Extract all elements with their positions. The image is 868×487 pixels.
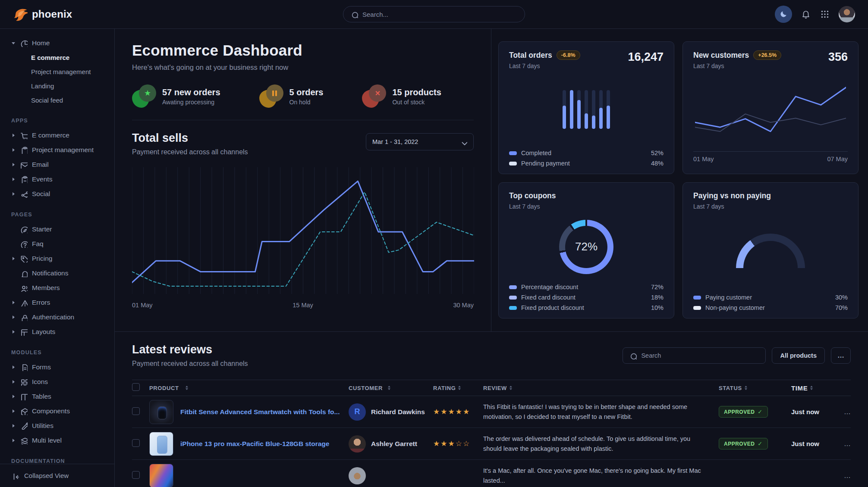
reviews-search-input[interactable] xyxy=(641,352,759,359)
row-checkbox[interactable] xyxy=(132,471,140,479)
x-icon: × xyxy=(369,84,386,102)
orders-bar-chart xyxy=(563,90,610,129)
on-hold-blob xyxy=(259,84,283,109)
row-more-button[interactable]: … xyxy=(839,408,851,416)
sidebar-item-events[interactable]: Events xyxy=(0,172,114,187)
sidebar-item-landing[interactable]: Landing xyxy=(0,79,114,93)
sidebar-item-multi-level[interactable]: Multi level xyxy=(0,433,114,448)
page-title: Ecommerce Dashboard xyxy=(132,42,474,59)
pie-chart-icon xyxy=(20,39,28,47)
column-header-rating[interactable]: RATING xyxy=(433,385,483,391)
sidebar-item-project-management[interactable]: Project management xyxy=(0,143,114,157)
caret-right-icon xyxy=(13,395,15,398)
reviews-subtitle: Payment received across all channels xyxy=(132,360,248,368)
total-sells-title: Total sells xyxy=(132,131,248,145)
notifications-button[interactable] xyxy=(801,9,811,19)
page-subtitle: Here's what's going on at your business … xyxy=(132,63,474,72)
card-title: Top coupons xyxy=(509,191,556,200)
sidebar-item-pricing[interactable]: Pricing xyxy=(0,251,114,266)
sidebar-item-e-commerce[interactable]: E commerce xyxy=(0,128,114,143)
star-icon: ★ xyxy=(448,408,456,416)
product-thumbnail[interactable] xyxy=(149,464,173,487)
sidebar-section-modules: MODULES xyxy=(0,339,114,360)
collapse-icon xyxy=(11,472,19,480)
collapse-sidebar-button[interactable]: Collapsed View xyxy=(0,464,114,487)
caret-right-icon xyxy=(13,192,15,196)
product-link[interactable]: Fitbit Sense Advanced Smartwatch with To… xyxy=(180,408,340,416)
row-more-button[interactable]: … xyxy=(839,472,851,480)
cart-icon xyxy=(20,131,28,139)
sidebar-item-errors[interactable]: Errors xyxy=(0,295,114,310)
sidebar-item-notifications[interactable]: Notifications xyxy=(0,266,114,281)
apps-grid-button[interactable] xyxy=(820,9,830,19)
customer-cell[interactable]: Ashley Garrett xyxy=(349,435,433,453)
review-text: This Fitbit is fantastic! I was trying t… xyxy=(483,402,706,421)
total-sells-subtitle: Payment received across all channels xyxy=(132,148,248,156)
main-content: Ecommerce Dashboard Here's what's going … xyxy=(115,29,868,487)
sidebar-item-social-feed[interactable]: Social feed xyxy=(0,93,114,107)
column-header-status[interactable]: STATUS xyxy=(719,385,791,391)
select-all-checkbox[interactable] xyxy=(132,383,140,391)
total-sells-x-labels: 01 May 15 May 30 May xyxy=(132,302,474,309)
sidebar-item-forms[interactable]: Forms xyxy=(0,360,114,375)
sidebar-item-utilities[interactable]: Utilities xyxy=(0,418,114,433)
total-sells-header: Total sells Payment received across all … xyxy=(132,131,474,156)
sidebar-item-components[interactable]: Components xyxy=(0,404,114,418)
column-header-review[interactable]: REVIEW xyxy=(483,385,719,391)
grid-icon xyxy=(20,378,28,386)
customer-name: Richard Dawkins xyxy=(371,408,425,416)
top-coupons-card: Top coupons Last 7 days 72% Perc xyxy=(498,182,674,318)
date-range-select[interactable]: Mar 1 - 31, 2022 xyxy=(366,133,474,150)
sidebar-item-home[interactable]: Home xyxy=(0,36,114,50)
reviews-search[interactable] xyxy=(623,347,766,364)
sidebar-item-e-commerce[interactable]: E commerce xyxy=(0,50,114,65)
global-search-input[interactable] xyxy=(362,11,518,18)
brand-logo[interactable]: phoenix xyxy=(13,7,72,22)
caret-right-icon xyxy=(13,148,15,152)
x-label: 01 May xyxy=(132,302,153,309)
row-checkbox[interactable] xyxy=(132,407,140,415)
reviews-table-header: PRODUCT CUSTOMER RATING REVIEW STATUS xyxy=(132,380,851,396)
customer-cell[interactable]: R Richard Dawkins xyxy=(349,403,433,421)
sidebar-item-authentication[interactable]: Authentication xyxy=(0,310,114,325)
latest-reviews-section: Latest reviews Payment received across a… xyxy=(115,332,868,487)
sidebar-item-project-management[interactable]: Project management xyxy=(0,65,114,79)
lock-icon xyxy=(20,313,28,321)
sidebar-item-social[interactable]: Social xyxy=(0,187,114,201)
product-thumbnail[interactable] xyxy=(149,432,173,456)
layers-icon xyxy=(20,437,28,444)
sidebar-item-tables[interactable]: Tables xyxy=(0,389,114,404)
paying-vs-non-paying-card: Paying vs non paying Last 7 days xyxy=(682,182,859,318)
navbar-actions xyxy=(775,6,855,23)
sidebar-item-faq[interactable]: Faq xyxy=(0,237,114,251)
column-header-customer[interactable]: CUSTOMER xyxy=(349,385,433,391)
legend-completed: Completed 52% xyxy=(509,150,664,156)
star-icon: ★ xyxy=(139,84,156,102)
help-icon xyxy=(20,240,28,248)
product-thumbnail[interactable] xyxy=(149,400,173,424)
row-checkbox[interactable] xyxy=(132,439,140,447)
global-search[interactable] xyxy=(343,6,525,22)
bell-icon xyxy=(801,9,811,19)
column-header-product[interactable]: PRODUCT xyxy=(149,385,349,391)
row-more-button[interactable]: … xyxy=(839,440,851,448)
theme-toggle-button[interactable] xyxy=(775,6,792,23)
sidebar-item-layouts[interactable]: Layouts xyxy=(0,325,114,339)
dashboard-left-column: Ecommerce Dashboard Here's what's going … xyxy=(115,29,491,331)
user-avatar[interactable] xyxy=(839,6,855,22)
sort-icon xyxy=(388,386,390,390)
sidebar-item-icons[interactable]: Icons xyxy=(0,375,114,389)
columns-icon xyxy=(20,393,28,400)
brand-name: phoenix xyxy=(32,8,72,20)
product-link[interactable]: iPhone 13 pro max-Pacific Blue-128GB sto… xyxy=(180,440,329,448)
sidebar-item-email[interactable]: Email xyxy=(0,157,114,172)
customer-cell[interactable] xyxy=(349,467,433,484)
column-header-time[interactable]: TIME xyxy=(791,384,839,392)
sidebar-item-members[interactable]: Members xyxy=(0,281,114,295)
total-orders-card: Total orders -6.8% Last 7 days 16,247 xyxy=(498,41,674,174)
all-products-button[interactable]: All products xyxy=(772,347,825,364)
sidebar-item-starter[interactable]: Starter xyxy=(0,222,114,237)
calendar-icon xyxy=(20,175,28,183)
stat-out-of-stock: × 15 products Out of stock xyxy=(362,84,441,109)
reviews-more-button[interactable]: … xyxy=(831,347,851,364)
